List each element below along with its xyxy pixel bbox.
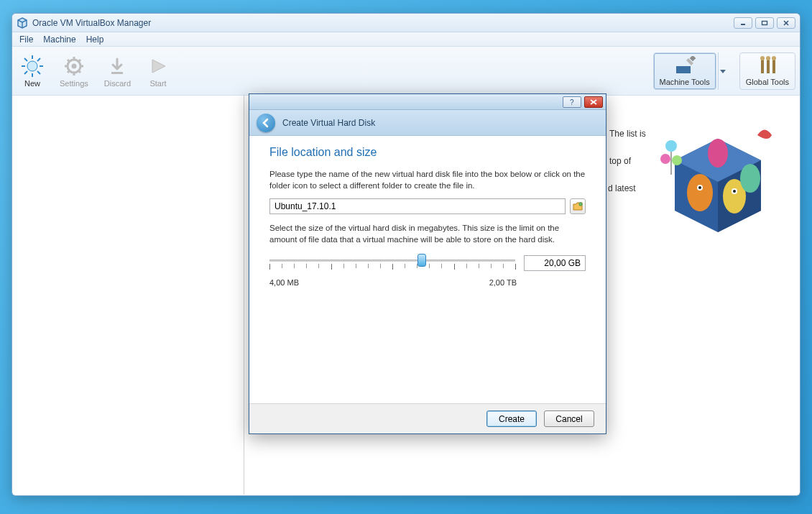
dialog-close-button[interactable] bbox=[584, 96, 603, 108]
svg-point-42 bbox=[740, 164, 760, 193]
machine-tools-dropdown[interactable] bbox=[718, 52, 728, 90]
svg-line-11 bbox=[24, 58, 27, 61]
svg-line-14 bbox=[24, 71, 27, 74]
chevron-down-icon bbox=[720, 68, 726, 74]
svg-point-16 bbox=[71, 63, 76, 68]
slider-ticks bbox=[269, 264, 515, 270]
svg-text:?: ? bbox=[570, 98, 574, 106]
detail-text-1: The list is bbox=[609, 129, 646, 139]
machine-tools-icon bbox=[674, 56, 696, 76]
gear-icon bbox=[63, 55, 86, 78]
virtualbox-app-icon bbox=[17, 17, 28, 29]
svg-line-24 bbox=[68, 70, 70, 73]
toolbar-new-label: New bbox=[24, 79, 40, 88]
svg-line-23 bbox=[78, 60, 80, 62]
global-tools-icon bbox=[757, 56, 778, 76]
svg-rect-25 bbox=[111, 72, 123, 74]
svg-point-35 bbox=[772, 56, 776, 60]
svg-line-12 bbox=[37, 71, 40, 74]
create-button[interactable]: Create bbox=[486, 410, 537, 427]
menu-file[interactable]: File bbox=[19, 35, 33, 45]
close-icon bbox=[590, 99, 597, 105]
svg-rect-31 bbox=[767, 59, 770, 73]
sun-icon bbox=[21, 55, 44, 78]
svg-marker-29 bbox=[720, 70, 726, 73]
create-virtual-hard-disk-dialog: ? Create Virtual Hard Disk File location… bbox=[249, 93, 606, 434]
svg-line-22 bbox=[78, 70, 80, 73]
disk-size-help-text: Select the size of the virtual hard disk… bbox=[269, 223, 586, 245]
dialog-titlebar: ? bbox=[249, 94, 606, 110]
dialog-body: File location and size Please type the n… bbox=[249, 136, 606, 287]
menubar: File Machine Help bbox=[12, 32, 800, 47]
svg-point-6 bbox=[27, 61, 37, 71]
main-titlebar: Oracle VM VirtualBox Manager bbox=[12, 14, 800, 32]
svg-rect-27 bbox=[676, 66, 691, 73]
minimize-button[interactable] bbox=[734, 17, 752, 29]
dialog-back-button[interactable] bbox=[257, 114, 275, 132]
slider-max-label: 2,00 TB bbox=[489, 278, 517, 287]
start-arrow-icon bbox=[147, 55, 170, 78]
machine-tools-button[interactable]: Machine Tools bbox=[653, 52, 716, 90]
dialog-help-button[interactable]: ? bbox=[563, 96, 581, 108]
svg-point-33 bbox=[760, 56, 765, 60]
folder-icon bbox=[573, 202, 583, 211]
svg-line-21 bbox=[68, 60, 70, 62]
dialog-heading: File location and size bbox=[269, 146, 586, 159]
dialog-header: Create Virtual Hard Disk bbox=[249, 110, 606, 136]
svg-point-48 bbox=[698, 186, 701, 189]
svg-marker-26 bbox=[152, 60, 165, 73]
disk-filename-input[interactable] bbox=[269, 198, 566, 214]
toolbar-new[interactable]: New bbox=[17, 53, 48, 89]
menu-machine[interactable]: Machine bbox=[43, 35, 75, 45]
toolbar-settings-label: Settings bbox=[60, 79, 88, 88]
discard-arrow-icon bbox=[106, 55, 129, 78]
dialog-title: Create Virtual Hard Disk bbox=[282, 118, 375, 128]
svg-point-50 bbox=[733, 190, 736, 193]
machine-tools-label: Machine Tools bbox=[660, 78, 710, 86]
back-arrow-icon bbox=[261, 118, 271, 128]
cancel-button[interactable]: Cancel bbox=[544, 410, 594, 427]
svg-point-45 bbox=[672, 155, 682, 165]
toolbar-start-label: Start bbox=[149, 79, 166, 88]
detail-text-3: d latest bbox=[608, 183, 636, 193]
detail-text-2: top of bbox=[609, 156, 631, 166]
svg-point-44 bbox=[660, 154, 670, 164]
file-location-help-text: Please type the name of the new virtual … bbox=[269, 169, 586, 191]
menu-help[interactable]: Help bbox=[86, 35, 104, 45]
vm-list-sidebar[interactable] bbox=[13, 96, 244, 495]
virtualbox-mascot-illustration bbox=[650, 110, 786, 247]
svg-point-39 bbox=[687, 174, 713, 211]
close-button[interactable] bbox=[777, 17, 795, 29]
disk-size-input[interactable] bbox=[524, 255, 586, 271]
svg-point-54 bbox=[579, 203, 582, 206]
svg-line-13 bbox=[37, 58, 40, 61]
toolbar: New Settings Discard Start bbox=[12, 47, 800, 96]
maximize-button[interactable] bbox=[755, 17, 774, 29]
help-icon: ? bbox=[568, 98, 576, 106]
slider-min-label: 4,00 MB bbox=[269, 278, 299, 287]
toolbar-start[interactable]: Start bbox=[142, 53, 174, 89]
svg-rect-32 bbox=[772, 59, 775, 73]
toolbar-discard[interactable]: Discard bbox=[100, 53, 135, 89]
slider-thumb[interactable] bbox=[417, 254, 426, 267]
browse-folder-button[interactable] bbox=[570, 198, 586, 214]
svg-rect-30 bbox=[761, 59, 764, 73]
global-tools-label: Global Tools bbox=[746, 78, 789, 86]
global-tools-button[interactable]: Global Tools bbox=[739, 52, 795, 90]
svg-rect-3 bbox=[762, 21, 767, 24]
svg-point-41 bbox=[708, 139, 728, 167]
svg-point-43 bbox=[665, 140, 677, 152]
disk-size-slider[interactable] bbox=[269, 255, 515, 277]
main-title: Oracle VM VirtualBox Manager bbox=[32, 18, 151, 28]
toolbar-settings[interactable]: Settings bbox=[55, 53, 93, 89]
dialog-footer: Create Cancel bbox=[249, 403, 606, 433]
toolbar-discard-label: Discard bbox=[104, 79, 131, 88]
svg-point-34 bbox=[766, 56, 770, 60]
